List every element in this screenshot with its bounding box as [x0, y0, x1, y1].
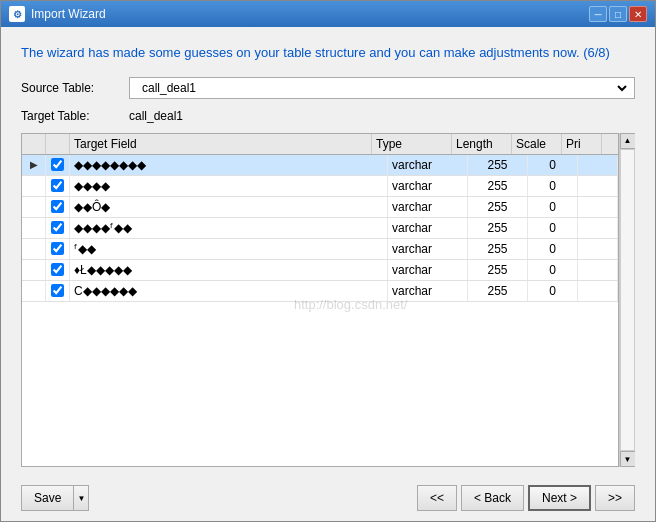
target-table-label: Target Table:: [21, 109, 121, 123]
row-checkbox-cell[interactable]: [46, 260, 70, 280]
save-split-button[interactable]: Save ▼: [21, 485, 89, 511]
table-row[interactable]: ◆◆◆◆ᶠ◆◆varchar2550: [22, 218, 618, 239]
type-cell: varchar: [388, 260, 468, 280]
scroll-track[interactable]: [620, 149, 635, 452]
table-row[interactable]: ▶◆◆◆◆◆◆◆◆varchar2550: [22, 155, 618, 176]
field-cell: C◆◆◆◆◆◆: [70, 281, 388, 301]
table-row[interactable]: C◆◆◆◆◆◆varchar2550: [22, 281, 618, 302]
footer-right: << < Back Next > >>: [417, 485, 635, 511]
minimize-button[interactable]: ─: [589, 6, 607, 22]
field-cell: ᶠ◆◆: [70, 239, 388, 259]
row-checkbox[interactable]: [51, 200, 64, 213]
fields-table-container: Target Field Type Length Scale Pri ▶◆◆◆◆…: [21, 133, 619, 468]
row-indicator: [22, 281, 46, 301]
field-cell: ◆◆◆◆◆◆◆◆: [70, 155, 388, 175]
row-checkbox[interactable]: [51, 158, 64, 171]
row-checkbox[interactable]: [51, 263, 64, 276]
col-type: Type: [372, 134, 452, 154]
pri-cell: [578, 218, 618, 238]
maximize-button[interactable]: □: [609, 6, 627, 22]
row-checkbox-cell[interactable]: [46, 176, 70, 196]
close-button[interactable]: ✕: [629, 6, 647, 22]
field-cell: ◆◆◆◆: [70, 176, 388, 196]
row-checkbox-cell[interactable]: [46, 155, 70, 175]
type-cell: varchar: [388, 155, 468, 175]
table-row[interactable]: ᶠ◆◆varchar2550: [22, 239, 618, 260]
source-table-select-wrapper[interactable]: call_deal1: [129, 77, 635, 99]
title-bar-buttons: ─ □ ✕: [589, 6, 647, 22]
row-checkbox-cell[interactable]: [46, 218, 70, 238]
scale-cell: 0: [528, 197, 578, 217]
scrollbar[interactable]: ▲ ▼: [619, 133, 635, 468]
length-cell: 255: [468, 155, 528, 175]
source-table-select[interactable]: call_deal1: [134, 78, 630, 98]
row-indicator: [22, 197, 46, 217]
field-cell: ◆◆Ô◆: [70, 197, 388, 217]
save-dropdown-button[interactable]: ▼: [73, 485, 89, 511]
col-length: Length: [452, 134, 512, 154]
import-wizard-window: ⚙ Import Wizard ─ □ ✕ The wizard has mad…: [0, 0, 656, 522]
forward-forward-button[interactable]: >>: [595, 485, 635, 511]
next-button[interactable]: Next >: [528, 485, 591, 511]
type-cell: varchar: [388, 239, 468, 259]
type-cell: varchar: [388, 218, 468, 238]
length-cell: 255: [468, 260, 528, 280]
row-checkbox-cell[interactable]: [46, 239, 70, 259]
title-bar-left: ⚙ Import Wizard: [9, 6, 106, 22]
field-cell: ♦Ł◆◆◆◆◆: [70, 260, 388, 280]
row-checkbox[interactable]: [51, 284, 64, 297]
row-checkbox[interactable]: [51, 221, 64, 234]
pri-cell: [578, 197, 618, 217]
row-indicator: ▶: [22, 155, 46, 175]
length-cell: 255: [468, 239, 528, 259]
table-row[interactable]: ◆◆Ô◆varchar2550: [22, 197, 618, 218]
table-row[interactable]: ◆◆◆◆varchar2550: [22, 176, 618, 197]
pri-cell: [578, 239, 618, 259]
scale-cell: 0: [528, 218, 578, 238]
fields-table-wrapper: Target Field Type Length Scale Pri ▶◆◆◆◆…: [21, 133, 635, 468]
row-indicator: [22, 218, 46, 238]
length-cell: 255: [468, 281, 528, 301]
save-button[interactable]: Save: [21, 485, 73, 511]
type-cell: varchar: [388, 176, 468, 196]
target-table-value: call_deal1: [129, 109, 183, 123]
scale-cell: 0: [528, 176, 578, 196]
field-cell: ◆◆◆◆ᶠ◆◆: [70, 218, 388, 238]
back-button[interactable]: < Back: [461, 485, 524, 511]
window-icon: ⚙: [9, 6, 25, 22]
wizard-content: The wizard has made some guesses on your…: [1, 27, 655, 479]
footer-left: Save ▼: [21, 485, 89, 511]
wizard-message: The wizard has made some guesses on your…: [21, 43, 635, 67]
table-header: Target Field Type Length Scale Pri: [22, 134, 618, 155]
row-checkbox[interactable]: [51, 242, 64, 255]
length-cell: 255: [468, 176, 528, 196]
col-scale: Scale: [512, 134, 562, 154]
pri-cell: [578, 260, 618, 280]
row-checkbox[interactable]: [51, 179, 64, 192]
pri-cell: [578, 176, 618, 196]
scale-cell: 0: [528, 155, 578, 175]
row-checkbox-cell[interactable]: [46, 197, 70, 217]
scale-cell: 0: [528, 260, 578, 280]
table-row[interactable]: ♦Ł◆◆◆◆◆varchar2550: [22, 260, 618, 281]
pri-cell: [578, 155, 618, 175]
scroll-up-button[interactable]: ▲: [620, 133, 636, 149]
col-checkbox: [46, 134, 70, 154]
col-indicator: [22, 134, 46, 154]
table-body: ▶◆◆◆◆◆◆◆◆varchar2550◆◆◆◆varchar2550◆◆Ô◆v…: [22, 155, 618, 467]
wizard-footer: Save ▼ << < Back Next > >>: [1, 479, 655, 521]
row-checkbox-cell[interactable]: [46, 281, 70, 301]
row-indicator: [22, 239, 46, 259]
back-back-button[interactable]: <<: [417, 485, 457, 511]
type-cell: varchar: [388, 281, 468, 301]
length-cell: 255: [468, 218, 528, 238]
source-table-row: Source Table: call_deal1: [21, 77, 635, 99]
col-target-field: Target Field: [70, 134, 372, 154]
scroll-down-button[interactable]: ▼: [620, 451, 636, 467]
title-bar: ⚙ Import Wizard ─ □ ✕: [1, 1, 655, 27]
row-indicator: [22, 260, 46, 280]
target-table-row: Target Table: call_deal1: [21, 109, 635, 123]
length-cell: 255: [468, 197, 528, 217]
pri-cell: [578, 281, 618, 301]
col-pri: Pri: [562, 134, 602, 154]
